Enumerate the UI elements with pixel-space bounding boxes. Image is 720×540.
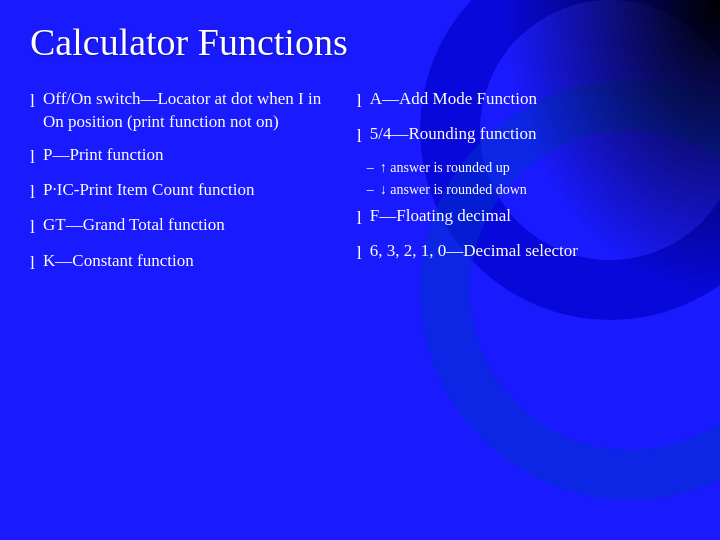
slide-content: Calculator Functions l Off/On switch—Loc… — [0, 0, 720, 305]
item-text: F—Floating decimal — [370, 205, 511, 228]
item-text: Off/On switch—Locator at dot when I in O… — [43, 88, 337, 134]
list-item: l P—Print function — [30, 144, 337, 169]
list-item: l 6, 3, 2, 1, 0—Decimal selector — [357, 240, 690, 265]
list-item: l K—Constant function — [30, 250, 337, 275]
bullet-icon: l — [30, 180, 35, 204]
item-text: A—Add Mode Function — [370, 88, 537, 111]
left-column: l Off/On switch—Locator at dot when I in… — [30, 88, 347, 285]
bullet-icon: l — [357, 89, 362, 113]
bullet-icon: l — [357, 241, 362, 265]
item-text: 5/4—Rounding function — [370, 123, 537, 146]
list-item: l F—Floating decimal — [357, 205, 690, 230]
sub-list-item: – ↑ answer is rounded up — [367, 159, 690, 177]
list-item: l Off/On switch—Locator at dot when I in… — [30, 88, 337, 134]
bullet-icon: l — [30, 145, 35, 169]
slide: Calculator Functions l Off/On switch—Loc… — [0, 0, 720, 540]
item-text: GT—Grand Total function — [43, 214, 225, 237]
list-item: l P·IC-Print Item Count function — [30, 179, 337, 204]
slide-title: Calculator Functions — [30, 20, 690, 64]
list-item: l A—Add Mode Function — [357, 88, 690, 113]
bullet-icon: l — [30, 215, 35, 239]
list-item: l GT—Grand Total function — [30, 214, 337, 239]
item-text: P·IC-Print Item Count function — [43, 179, 255, 202]
sub-item-text: ↓ answer is rounded down — [380, 181, 527, 199]
bullet-icon: l — [30, 89, 35, 113]
bullet-icon: l — [30, 251, 35, 275]
bullet-icon: l — [357, 206, 362, 230]
right-column: l A—Add Mode Function l 5/4—Rounding fun… — [347, 88, 690, 285]
dash-icon: – — [367, 159, 374, 177]
item-text: P—Print function — [43, 144, 163, 167]
bullet-icon: l — [357, 124, 362, 148]
item-text: 6, 3, 2, 1, 0—Decimal selector — [370, 240, 578, 263]
list-item: l 5/4—Rounding function — [357, 123, 690, 148]
sub-list-item: – ↓ answer is rounded down — [367, 181, 690, 199]
item-text: K—Constant function — [43, 250, 194, 273]
columns-container: l Off/On switch—Locator at dot when I in… — [30, 88, 690, 285]
dash-icon: – — [367, 181, 374, 199]
sub-item-text: ↑ answer is rounded up — [380, 159, 510, 177]
